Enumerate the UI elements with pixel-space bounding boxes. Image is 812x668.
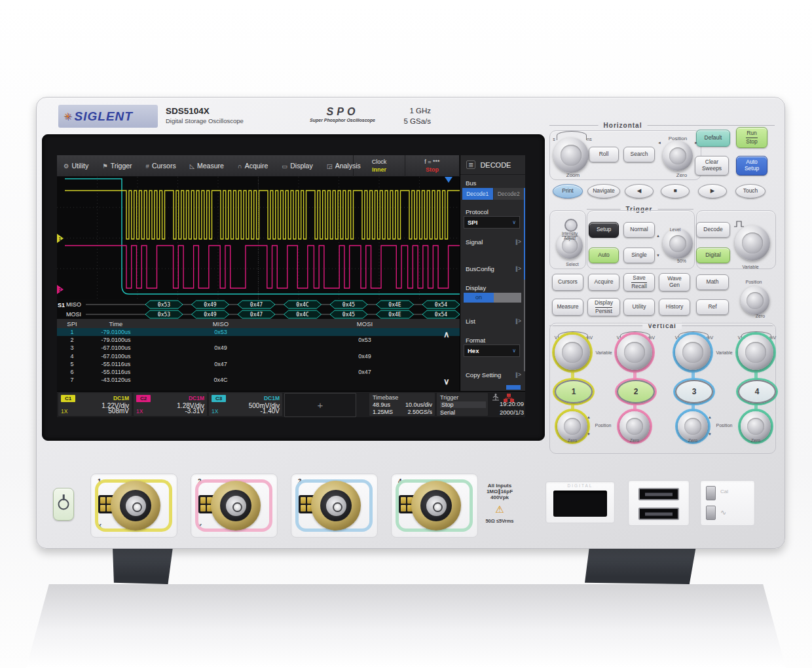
next-frame-button[interactable]: ▶ — [698, 184, 727, 198]
channel-status-c1[interactable]: C1DC1M1.22V/div1X508mV — [58, 393, 132, 416]
trigger-variable-knob[interactable] — [735, 225, 770, 261]
horizontal-scale-knob[interactable] — [553, 138, 589, 173]
usb-port-1[interactable] — [638, 488, 679, 500]
channel-1-button[interactable]: 1 — [555, 380, 593, 403]
save-recall-button[interactable]: SaveRecall — [623, 273, 655, 291]
table-row[interactable]: 5-55.0116us0x47 — [57, 360, 460, 368]
chevron-down-icon: ∨ — [512, 219, 516, 225]
freq-counter-status[interactable]: f = *** Stop — [405, 155, 460, 177]
trigger-status-box[interactable]: Trigger Stop Serial — [437, 393, 488, 416]
list-row[interactable]: List ∥> — [466, 318, 521, 325]
menu-item-cursors[interactable]: #Cursors — [146, 162, 176, 170]
channel-status-c3[interactable]: C3DC1M500mV/div1X-1.40V — [209, 393, 282, 416]
menu-item-utility[interactable]: ⚙Utility — [64, 162, 88, 170]
label-zero-2: Zero — [630, 438, 639, 443]
power-button[interactable] — [53, 488, 74, 521]
channel-4-button[interactable]: 4 — [738, 380, 776, 403]
busconfig-row[interactable]: BusConfig ∥> — [466, 265, 521, 272]
table-cell: 7 — [70, 377, 73, 383]
copy-setting-row[interactable]: Copy Setting ∥> — [466, 371, 521, 379]
default-button[interactable]: Default — [696, 130, 730, 147]
gold-pad — [401, 505, 406, 511]
decode-button[interactable]: Decode — [696, 222, 730, 238]
table-row[interactable]: 2-79.0100us0x53 — [57, 336, 460, 344]
table-row[interactable]: 3-67.0100us0x49 — [57, 344, 460, 352]
format-select[interactable]: Hex ∨ — [464, 344, 520, 357]
ch1-position-knob[interactable] — [557, 411, 587, 441]
scrollbar-thumb[interactable] — [524, 188, 525, 280]
table-row[interactable]: 1-79.0100us0x53 — [57, 328, 460, 336]
menu-item-analysis[interactable]: ◲Analysis — [327, 162, 361, 170]
prev-frame-button[interactable]: ◀ — [625, 184, 654, 198]
math-button[interactable]: Math — [696, 274, 729, 290]
ref-button[interactable]: Ref — [696, 299, 729, 315]
table-header-row: SPITimeMISOMOSI — [57, 319, 460, 328]
menu-item-measure[interactable]: ◺Measure — [190, 162, 224, 170]
ch1-scale-knob[interactable] — [555, 335, 590, 370]
menu-item-acquire[interactable]: ∩Acquire — [238, 162, 268, 170]
menu-item-trigger[interactable]: ⚑Trigger — [102, 162, 132, 170]
bus-value: 0x47 — [250, 302, 263, 308]
trigger-auto-button[interactable]: Auto — [589, 248, 619, 263]
channel4-placeholder[interactable]: + — [284, 393, 356, 417]
table-surface — [26, 584, 786, 668]
wave-gen-button[interactable]: WaveGen — [659, 273, 690, 291]
decode-menu-panel: ≣ DECODE Bus Decode1 Decode2 Protocol SP… — [460, 155, 525, 391]
signal-row[interactable]: Signal ∥> — [466, 238, 521, 246]
usb-port-2[interactable] — [638, 508, 679, 520]
trigger-level-knob[interactable] — [663, 229, 693, 259]
timebase-box[interactable]: Timebase 48.9us 10.0us/div 1.25MS 2.50GS… — [369, 393, 435, 416]
display-toggle-on: on — [464, 293, 494, 303]
scroll-down-arrow[interactable]: ∨ — [443, 377, 450, 386]
navigate-button[interactable]: Navigate — [587, 184, 620, 198]
measure-button[interactable]: Measure — [552, 299, 583, 316]
digital-probe-slot[interactable] — [553, 491, 607, 517]
menu-item-display[interactable]: ▭Display — [282, 162, 312, 170]
cursors-button[interactable]: Cursors — [552, 274, 583, 291]
decode2-tab[interactable]: Decode2 — [494, 188, 525, 200]
trigger-normal-button[interactable]: Normal — [623, 222, 655, 238]
horizontal-position-knob[interactable] — [663, 141, 693, 171]
history-button[interactable]: History — [659, 299, 690, 316]
ch3-scale-knob[interactable] — [675, 335, 710, 370]
channel-status-c2[interactable]: C2DC1M1.28V/div1X-3.31V — [134, 393, 207, 416]
clear-sweeps-button[interactable]: ClearSweeps — [695, 156, 729, 176]
table-row[interactable]: 7-43.0120us0x4C — [57, 376, 460, 384]
ch2-position-knob[interactable] — [619, 411, 650, 441]
coupling-label: DC1M — [113, 395, 129, 401]
touch-screen[interactable]: Clock Inner f = *** Stop ⚙Utility⚑Trigge… — [57, 155, 525, 417]
acquire-button[interactable]: Acquire — [588, 274, 619, 291]
channel-2-button[interactable]: 2 — [617, 380, 655, 403]
math-position-knob[interactable] — [741, 286, 769, 315]
display-toggle[interactable]: on — [464, 293, 521, 303]
cal-clip-1[interactable] — [706, 486, 716, 500]
channel-3-button[interactable]: 3 — [675, 380, 713, 403]
table-row[interactable]: 4-67.0100us0x49 — [57, 352, 460, 360]
auto-setup-button[interactable]: AutoSetup — [736, 156, 767, 176]
table-cell: 1 — [70, 329, 73, 335]
touch-button[interactable]: Touch — [735, 184, 766, 198]
cal-clip-2[interactable] — [706, 506, 716, 520]
decode1-tab[interactable]: Decode1 — [462, 188, 493, 200]
clock-status[interactable]: Clock Inner — [353, 155, 405, 177]
search-button[interactable]: Search — [623, 147, 655, 162]
button-label: Acquire — [595, 279, 614, 286]
waveform-plot[interactable]: 12 — [57, 177, 460, 299]
trigger-single-button[interactable]: Single — [623, 248, 655, 263]
ch2-scale-knob[interactable] — [617, 335, 652, 370]
display-persist-button[interactable]: DisplayPersist — [587, 298, 620, 316]
ch4-position-knob[interactable] — [741, 411, 771, 441]
digital-button[interactable]: Digital — [696, 248, 730, 263]
protocol-select[interactable]: SPI ∨ — [464, 216, 520, 229]
button-label: Sweeps — [702, 166, 722, 172]
utility-button[interactable]: Utility — [623, 299, 655, 316]
table-row[interactable]: 6-55.0116us0x47 — [57, 368, 460, 376]
playback-stop-button[interactable]: ■ — [661, 184, 690, 198]
ch4-scale-knob[interactable] — [738, 335, 773, 370]
ch3-position-knob[interactable] — [678, 411, 708, 441]
roll-button[interactable]: Roll — [589, 147, 619, 162]
print-button[interactable]: Print — [553, 184, 583, 198]
run-stop-button[interactable]: RunStop — [736, 127, 767, 148]
scroll-up-arrow[interactable]: ∧ — [443, 329, 450, 339]
trigger-setup-button[interactable]: Setup — [589, 222, 619, 238]
